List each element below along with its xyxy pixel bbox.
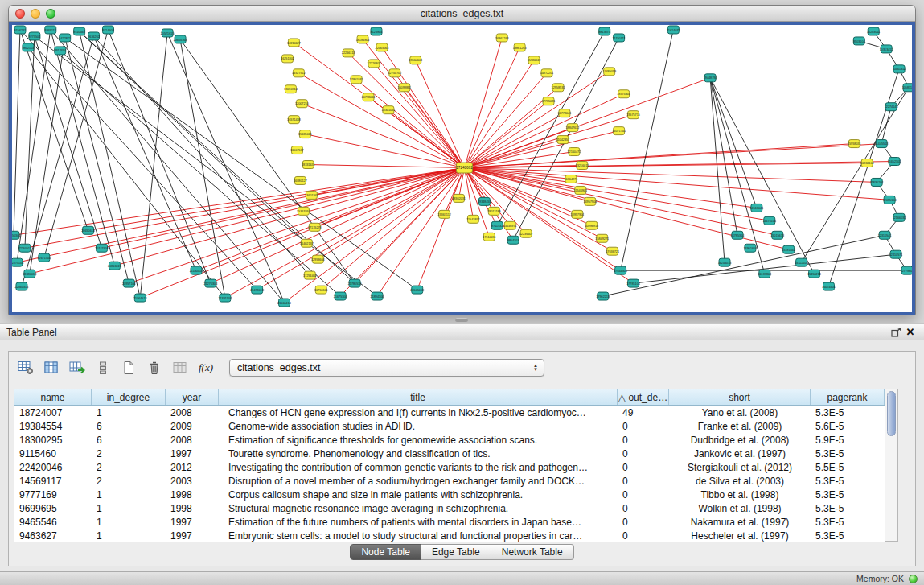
graph-edge[interactable] [140, 168, 464, 299]
graph-node[interactable]: 16832104 [860, 159, 874, 167]
graph-node[interactable]: 17614411 [483, 233, 495, 241]
graph-edge[interactable] [464, 168, 769, 221]
graph-node[interactable]: 15015613 [770, 231, 784, 239]
graph-node[interactable]: 16251802 [281, 55, 294, 63]
graph-node[interactable]: 19575715 [626, 111, 640, 119]
column-header-name[interactable]: name [14, 389, 92, 405]
graph-edge[interactable] [102, 168, 465, 249]
graph-node[interactable]: 12953604 [311, 255, 325, 263]
graph-edge[interactable] [114, 168, 464, 266]
graph-node[interactable]: 9156231 [14, 26, 27, 34]
graph-edge[interactable] [388, 110, 465, 168]
graph-node[interactable]: 22065063 [376, 43, 389, 51]
graph-node[interactable]: 9854103 [507, 236, 519, 244]
tab-network-table[interactable]: Network Table [491, 544, 574, 560]
table-row[interactable]: 946554611997Estimation of the future num… [14, 515, 885, 529]
graph-node[interactable]: 9917654 [54, 47, 66, 55]
graph-node[interactable]: 18301051 [382, 106, 396, 114]
graph-node[interactable]: 8813074 [598, 27, 610, 35]
graph-node[interactable]: 20521615 [161, 29, 175, 37]
graph-node[interactable]: 14901604 [744, 244, 758, 252]
window-titlebar[interactable]: citations_edges.txt [9, 6, 915, 22]
graph-node[interactable]: 9273504 [29, 32, 41, 40]
graph-edge[interactable] [710, 78, 765, 274]
graph-edge[interactable] [80, 31, 141, 298]
close-panel-button[interactable]: ✕ [903, 326, 918, 339]
graph-edge[interactable] [17, 30, 51, 262]
graph-node[interactable]: 14527512 [292, 69, 306, 77]
graph-edge[interactable] [881, 107, 891, 144]
graph-node[interactable]: 9422871 [59, 34, 71, 42]
graph-node[interactable]: 21614072 [667, 26, 680, 34]
citation-network-graph[interactable]: 1724066112210627162518021452751218094714… [12, 25, 912, 312]
row-tools-button[interactable] [92, 357, 113, 378]
graph-node[interactable]: 17851841 [350, 76, 363, 84]
graph-node[interactable]: 22671504 [37, 253, 51, 262]
table-disabled-button[interactable] [170, 357, 191, 378]
graph-node[interactable]: 21150311 [613, 34, 626, 42]
graph-node[interactable]: 16756341 [314, 286, 328, 294]
graph-edge[interactable] [377, 168, 465, 297]
graph-node[interactable]: 16880127 [294, 176, 307, 184]
graph-node[interactable]: 16099881 [397, 84, 411, 92]
graph-node[interactable]: 13216011 [576, 162, 589, 170]
graph-node[interactable]: 12958531 [552, 84, 565, 92]
graph-node[interactable]: 15181042 [782, 245, 795, 253]
table-row[interactable]: 1938455462009Genome-wide association stu… [14, 419, 885, 433]
graph-node[interactable]: 19348455 [478, 197, 491, 205]
tab-node-table[interactable]: Node Table [350, 544, 421, 560]
graph-node[interactable]: 10313412 [880, 45, 893, 53]
graph-node[interactable]: 16961263 [495, 34, 509, 42]
graph-edge[interactable] [374, 64, 464, 168]
graph-edge[interactable] [356, 80, 464, 168]
graph-node[interactable]: 15322104 [795, 258, 808, 266]
graph-node[interactable]: 15958031 [848, 140, 861, 148]
graph-node[interactable]: 18575301 [617, 90, 630, 98]
graph-node[interactable]: 12160472 [568, 148, 581, 156]
select-columns-button[interactable] [41, 357, 62, 378]
graph-edge[interactable] [464, 144, 881, 168]
table-row[interactable]: 969969511998Structural magnetic resonanc… [14, 501, 885, 515]
graph-node[interactable]: 17902213 [596, 292, 610, 300]
vertical-scrollbar[interactable] [885, 389, 897, 541]
graph-edge[interactable] [298, 73, 464, 168]
graph-node[interactable]: 22480013 [23, 270, 37, 278]
graph-node[interactable]: 18094714 [284, 85, 298, 93]
graph-node[interactable]: 9365112 [45, 26, 56, 34]
graph-node[interactable]: 14872201 [540, 69, 554, 77]
graph-edge[interactable] [710, 78, 725, 262]
graph-node[interactable]: 14513041 [749, 204, 763, 212]
float-panel-button[interactable] [889, 326, 903, 339]
graph-edge[interactable] [464, 38, 502, 168]
graph-node[interactable]: 21894104 [371, 292, 384, 300]
graph-node[interactable]: 11042357 [556, 136, 569, 144]
graph-node[interactable]: 21675304 [334, 292, 347, 300]
network-canvas[interactable]: 1724066112210627162518021452751218094714… [12, 25, 912, 312]
graph-node[interactable]: 16402137 [300, 239, 314, 247]
graph-node[interactable]: 15450213 [807, 270, 821, 278]
graph-node[interactable]: 11546901 [574, 186, 587, 194]
graph-node[interactable]: 19448794 [704, 74, 717, 82]
table-row[interactable]: 2242004622012Investigating the contribut… [14, 460, 885, 474]
graph-edge[interactable] [634, 254, 897, 283]
graph-node[interactable]: 12166031 [893, 213, 906, 221]
graph-edge[interactable] [14, 30, 20, 235]
graph-node[interactable]: 12310541 [878, 231, 892, 239]
graph-node[interactable]: 17654301 [614, 266, 627, 274]
graph-node[interactable]: 17135278 [308, 223, 322, 231]
graph-node[interactable]: 11007537 [290, 146, 303, 154]
graph-node[interactable]: 15367057 [297, 207, 310, 215]
graph-node[interactable]: 16245013 [718, 258, 732, 266]
graph-node[interactable]: 20605163 [174, 35, 187, 43]
table-row[interactable]: 1872400712008Changes of HCN gene express… [14, 406, 885, 419]
graph-edge[interactable] [80, 31, 307, 243]
graph-node[interactable]: 15586519 [528, 56, 541, 64]
graph-node[interactable]: 9711532 [491, 221, 503, 229]
table-row[interactable]: 1456911722003Disruption of a novel membe… [14, 474, 885, 488]
graph-edge[interactable] [464, 140, 562, 168]
graph-node[interactable]: 9636202 [88, 32, 100, 40]
graph-node[interactable]: 17785104 [626, 279, 640, 287]
graph-edge[interactable] [180, 39, 225, 298]
graph-edge[interactable] [25, 36, 35, 248]
scrollbar-thumb[interactable] [887, 391, 896, 436]
